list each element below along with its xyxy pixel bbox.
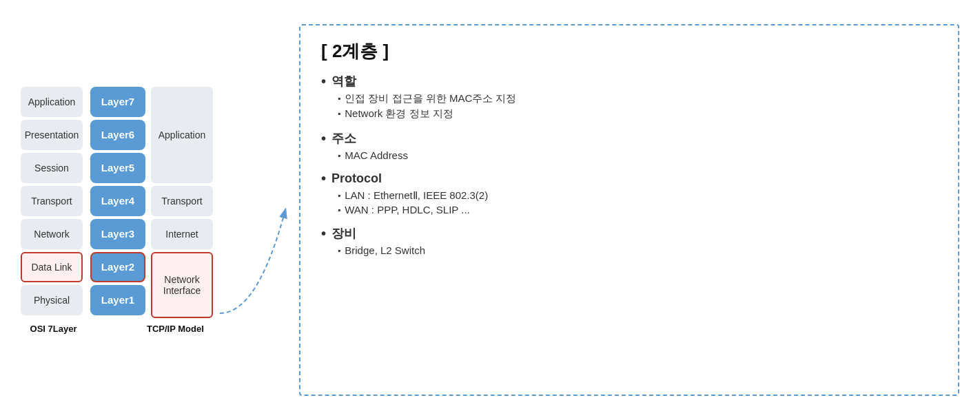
layer3-box: Layer3 <box>90 219 145 249</box>
bullet-role: • <box>321 74 326 90</box>
section-address-items: MAC Address <box>338 149 937 161</box>
tcp-network-interface: NetworkInterface <box>151 252 213 318</box>
layer7-box: Layer7 <box>90 87 145 117</box>
info-title: [ 2계층 ] <box>321 39 937 63</box>
layer5-box: Layer5 <box>90 153 145 183</box>
osi-session: Session <box>21 153 83 183</box>
osi-datalink: Data Link <box>21 252 83 282</box>
layer-boxes-column: Layer7 Layer6 Layer5 Layer4 Layer3 Layer… <box>90 87 147 318</box>
bullet-address: • <box>321 131 326 147</box>
osi-network: Network <box>21 219 83 249</box>
layer2-box: Layer2 <box>90 252 145 282</box>
footer-osi-label: OSI 7Layer <box>21 324 86 334</box>
info-panel: [ 2계층 ] • 역할 인접 장비 접근을 위한 MAC주소 지정 Netwo… <box>299 24 959 396</box>
section-address: • 주소 MAC Address <box>321 130 937 161</box>
device-item-0: Bridge, L2 Switch <box>338 244 937 256</box>
osi-application: Application <box>21 87 83 117</box>
section-role-items: 인접 장비 접근을 위한 MAC주소 지정 Network 환경 정보 지정 <box>338 92 937 120</box>
osi-diagram: Application Presentation Session Transpo… <box>21 87 216 334</box>
connector-area <box>216 28 299 392</box>
footer-tcp-label: TCP/IP Model <box>147 324 204 334</box>
section-protocol: • Protocol LAN : EthernetⅡ, IEEE 802.3(2… <box>321 171 937 216</box>
section-protocol-title: • Protocol <box>321 171 937 187</box>
section-address-title: • 주소 <box>321 130 937 147</box>
role-item-1: Network 환경 정보 지정 <box>338 107 937 120</box>
section-role: • 역할 인접 장비 접근을 위한 MAC주소 지정 Network 환경 정보… <box>321 73 937 120</box>
protocol-item-1: WAN : PPP, HDLC, SLIP ... <box>338 204 937 216</box>
main-container: Application Presentation Session Transpo… <box>21 24 959 396</box>
osi-labels-column: Application Presentation Session Transpo… <box>21 87 86 318</box>
layer1-box: Layer1 <box>90 285 145 315</box>
role-item-0: 인접 장비 접근을 위한 MAC주소 지정 <box>338 92 937 105</box>
tcp-transport: Transport <box>151 186 213 216</box>
bullet-protocol: • <box>321 171 326 187</box>
tcp-application: Application <box>151 87 213 183</box>
section-role-title: • 역할 <box>321 73 937 90</box>
section-device-items: Bridge, L2 Switch <box>338 244 937 256</box>
osi-physical: Physical <box>21 285 83 315</box>
bullet-device: • <box>321 226 326 242</box>
section-device-title: • 장비 <box>321 225 937 242</box>
connector-svg <box>216 28 299 392</box>
tcp-internet: Internet <box>151 219 213 249</box>
protocol-item-0: LAN : EthernetⅡ, IEEE 802.3(2) <box>338 189 937 202</box>
layer4-box: Layer4 <box>90 186 145 216</box>
tcp-labels-column: Application Transport Internet NetworkIn… <box>151 87 216 318</box>
layer6-box: Layer6 <box>90 120 145 150</box>
address-item-0: MAC Address <box>338 149 937 161</box>
section-device: • 장비 Bridge, L2 Switch <box>321 225 937 256</box>
osi-transport: Transport <box>21 186 83 216</box>
diagram-rows: Application Presentation Session Transpo… <box>21 87 216 318</box>
diagram-footer: OSI 7Layer TCP/IP Model <box>21 324 212 334</box>
osi-presentation: Presentation <box>21 120 83 150</box>
section-protocol-items: LAN : EthernetⅡ, IEEE 802.3(2) WAN : PPP… <box>338 189 937 216</box>
